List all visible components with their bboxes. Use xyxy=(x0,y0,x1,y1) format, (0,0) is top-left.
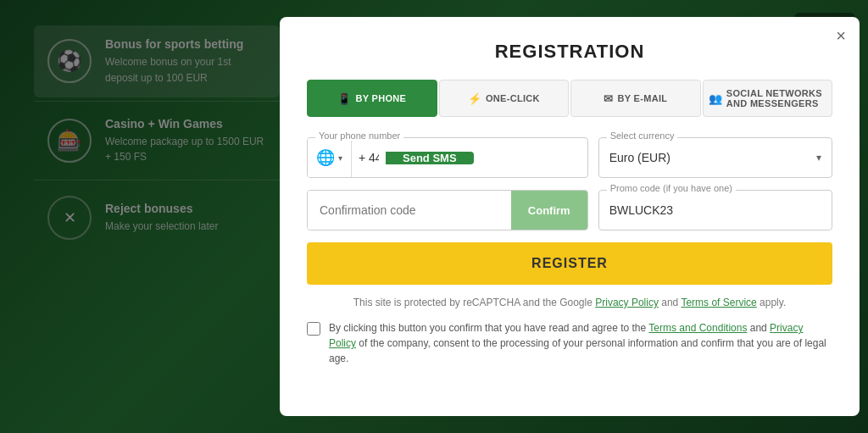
recaptcha-prefix: This site is protected by reCAPTCHA and … xyxy=(353,297,595,308)
terms-conditions-link[interactable]: Terms and Conditions xyxy=(648,322,747,334)
tab-one-click-label: ONE-CLICK xyxy=(486,93,540,103)
registration-modal: × REGISTRATION 📱 BY PHONE ⚡ ONE-CLICK ✉ … xyxy=(280,17,860,416)
phone-label: Your phone number xyxy=(315,130,403,141)
currency-field-group: Select currency Euro (EUR) USD (USD) GBP… xyxy=(598,137,832,178)
confirmation-input[interactable] xyxy=(308,191,511,230)
terms-checkbox[interactable] xyxy=(307,322,320,336)
currency-select[interactable]: Euro (EUR) USD (USD) GBP (GBP) xyxy=(609,151,810,164)
currency-label: Select currency xyxy=(607,130,678,141)
close-button[interactable]: × xyxy=(836,27,846,44)
send-sms-button[interactable]: Send SMS xyxy=(386,152,474,164)
terms-and: and xyxy=(750,322,770,334)
confirmation-input-wrapper: Confirm xyxy=(307,190,588,230)
recaptcha-and: and xyxy=(661,297,681,308)
phone-tab-icon: 📱 xyxy=(337,92,351,105)
recaptcha-terms-link[interactable]: Terms of Service xyxy=(681,297,756,308)
tab-social-label: SOCIAL NETWORKS AND MESSENGERS xyxy=(726,88,826,108)
currency-chevron-icon: ▾ xyxy=(816,152,821,164)
terms-row: By clicking this button you confirm that… xyxy=(307,320,832,366)
promo-input-wrapper xyxy=(598,190,832,230)
currency-select-wrapper: Euro (EUR) USD (USD) GBP (GBP) ▾ xyxy=(598,137,832,178)
phone-prefix-input[interactable] xyxy=(352,151,386,164)
confirmation-field-group: Confirm xyxy=(307,190,588,230)
email-tab-icon: ✉ xyxy=(604,92,613,105)
tab-by-phone-label: BY PHONE xyxy=(356,93,407,103)
tab-social[interactable]: 👥 SOCIAL NETWORKS AND MESSENGERS xyxy=(703,80,833,117)
phone-field-group: Your phone number 🌐 ▾ Send SMS xyxy=(307,137,588,178)
confirmation-promo-row: Confirm Promo code (if you have one) xyxy=(307,190,832,230)
modal-title: REGISTRATION xyxy=(307,41,832,63)
flag-chevron-icon: ▾ xyxy=(338,153,342,163)
recaptcha-notice: This site is protected by reCAPTCHA and … xyxy=(307,297,832,308)
tab-one-click[interactable]: ⚡ ONE-CLICK xyxy=(439,80,570,117)
recaptcha-privacy-link[interactable]: Privacy Policy xyxy=(595,297,659,308)
tab-by-email[interactable]: ✉ BY E-MAIL xyxy=(570,80,701,117)
phone-flag-selector[interactable]: 🌐 ▾ xyxy=(308,138,352,177)
flag-icon: 🌐 xyxy=(316,148,335,167)
terms-suffix: of the company, consent to the processin… xyxy=(329,337,826,364)
recaptcha-apply: apply. xyxy=(760,297,786,308)
register-button[interactable]: REGISTER xyxy=(307,242,832,285)
terms-prefix: By clicking this button you confirm that… xyxy=(329,322,648,334)
promo-input[interactable] xyxy=(609,203,821,217)
confirm-button[interactable]: Confirm xyxy=(511,191,587,230)
tab-by-email-label: BY E-MAIL xyxy=(618,93,668,103)
registration-tabs: 📱 BY PHONE ⚡ ONE-CLICK ✉ BY E-MAIL 👥 SOC… xyxy=(307,80,832,117)
promo-label: Promo code (if you have one) xyxy=(607,183,736,193)
phone-input-wrapper: 🌐 ▾ Send SMS xyxy=(307,137,588,178)
phone-currency-row: Your phone number 🌐 ▾ Send SMS Select cu… xyxy=(307,137,832,178)
one-click-tab-icon: ⚡ xyxy=(468,92,481,105)
promo-field-group: Promo code (if you have one) xyxy=(598,190,832,230)
terms-text: By clicking this button you confirm that… xyxy=(329,320,832,366)
social-tab-icon: 👥 xyxy=(709,92,722,105)
tab-by-phone[interactable]: 📱 BY PHONE xyxy=(307,80,437,117)
